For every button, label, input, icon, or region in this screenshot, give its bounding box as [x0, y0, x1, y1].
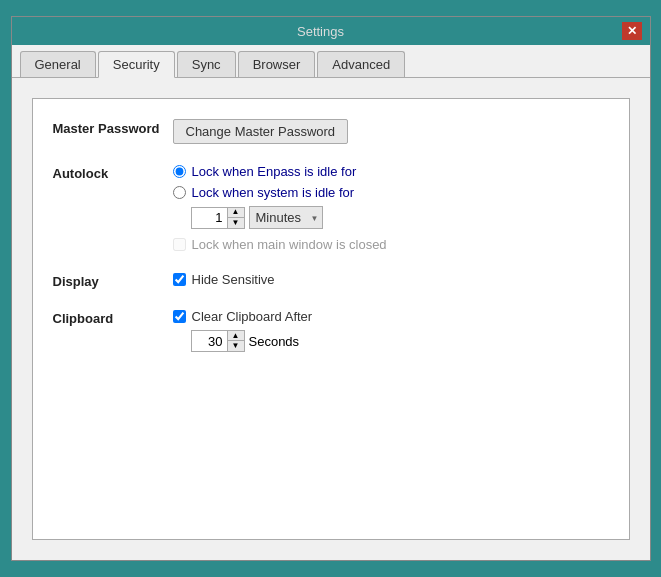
autolock-value-input[interactable]: 1	[192, 208, 227, 227]
master-password-label: Master Password	[53, 119, 173, 136]
clipboard-controls: Clear Clipboard After 30 ▲ ▼ Seconds	[173, 309, 609, 352]
autolock-spinbox: 1 ▲ ▼	[191, 207, 245, 229]
clipboard-row: Clipboard Clear Clipboard After 30 ▲ ▼	[53, 309, 609, 352]
content-area: Master Password Change Master Password A…	[12, 78, 650, 560]
clipboard-time-controls: 30 ▲ ▼ Seconds	[191, 330, 609, 352]
tab-general[interactable]: General	[20, 51, 96, 77]
content-box: Master Password Change Master Password A…	[32, 98, 630, 540]
autolock-option2-label: Lock when system is idle for	[192, 185, 355, 200]
display-controls: Hide Sensitive	[173, 272, 609, 287]
tab-bar: General Security Sync Browser Advanced	[12, 45, 650, 78]
clear-clipboard-row: Clear Clipboard After	[173, 309, 609, 324]
tab-security[interactable]: Security	[98, 51, 175, 78]
clipboard-seconds-label: Seconds	[249, 334, 300, 349]
autolock-spinbox-arrows: ▲ ▼	[227, 208, 244, 228]
autolock-option2-radio[interactable]	[173, 186, 186, 199]
clipboard-spin-down[interactable]: ▼	[228, 341, 244, 351]
autolock-label: Autolock	[53, 164, 173, 181]
window-title: Settings	[20, 24, 622, 39]
tab-advanced[interactable]: Advanced	[317, 51, 405, 77]
tab-sync[interactable]: Sync	[177, 51, 236, 77]
autolock-spin-down[interactable]: ▼	[228, 218, 244, 228]
autolock-unit-select[interactable]: Minutes Hours	[249, 206, 323, 229]
titlebar: Settings ✕	[12, 17, 650, 45]
clipboard-spinbox: 30 ▲ ▼	[191, 330, 245, 352]
autolock-option1-label: Lock when Enpass is idle for	[192, 164, 357, 179]
autolock-controls: Lock when Enpass is idle for Lock when s…	[173, 164, 609, 252]
autolock-option1-radio[interactable]	[173, 165, 186, 178]
autolock-option1-row: Lock when Enpass is idle for	[173, 164, 609, 179]
settings-window: Settings ✕ General Security Sync Browser…	[11, 16, 651, 561]
display-row: Display Hide Sensitive	[53, 272, 609, 289]
lock-on-close-row: Lock when main window is closed	[173, 237, 609, 252]
autolock-row: Autolock Lock when Enpass is idle for Lo…	[53, 164, 609, 252]
lock-on-close-label: Lock when main window is closed	[192, 237, 387, 252]
autolock-option2-row: Lock when system is idle for	[173, 185, 609, 200]
clear-clipboard-label: Clear Clipboard After	[192, 309, 313, 324]
close-button[interactable]: ✕	[622, 22, 642, 40]
hide-sensitive-row: Hide Sensitive	[173, 272, 609, 287]
autolock-unit-wrapper: Minutes Hours	[249, 206, 323, 229]
clipboard-spin-up[interactable]: ▲	[228, 331, 244, 341]
master-password-controls: Change Master Password	[173, 119, 609, 144]
display-label: Display	[53, 272, 173, 289]
hide-sensitive-label: Hide Sensitive	[192, 272, 275, 287]
lock-on-close-checkbox[interactable]	[173, 238, 186, 251]
clipboard-value-input[interactable]: 30	[192, 332, 227, 351]
clear-clipboard-checkbox[interactable]	[173, 310, 186, 323]
master-password-row: Master Password Change Master Password	[53, 119, 609, 144]
hide-sensitive-checkbox[interactable]	[173, 273, 186, 286]
tab-browser[interactable]: Browser	[238, 51, 316, 77]
change-master-password-button[interactable]: Change Master Password	[173, 119, 349, 144]
clipboard-spinbox-arrows: ▲ ▼	[227, 331, 244, 351]
autolock-spin-up[interactable]: ▲	[228, 208, 244, 218]
autolock-time-controls: 1 ▲ ▼ Minutes Hours	[191, 206, 609, 229]
clipboard-label: Clipboard	[53, 309, 173, 326]
